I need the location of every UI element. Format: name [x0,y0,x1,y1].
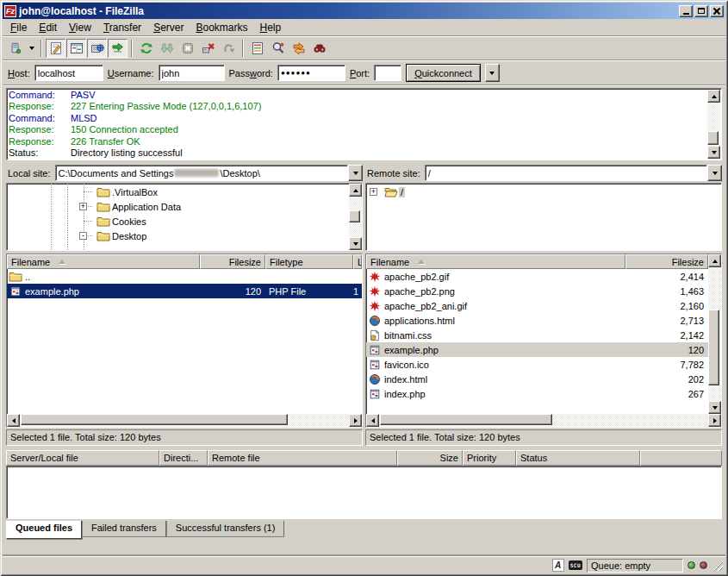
menu-transfer[interactable]: Transfer [97,20,147,35]
file-row[interactable]: index.html202 [366,372,708,386]
file-row[interactable]: favicon.ico7,782 [366,357,708,372]
scroll-left-button[interactable] [366,414,379,427]
log-scrollbar[interactable] [707,90,720,159]
column-header-filetype[interactable]: Filetype [265,254,353,269]
file-row-parent-dir[interactable]: .. [7,269,362,284]
menu-help[interactable]: Help [254,20,288,35]
file-size: 120 [200,286,265,297]
host-input[interactable] [34,65,103,81]
remote-site-path[interactable]: / [425,165,707,181]
maximize-button[interactable] [694,5,708,17]
minimize-button[interactable] [679,5,693,17]
column-header-filename[interactable]: Filename [366,254,625,269]
local-tree-scrollbar[interactable] [349,184,362,250]
menu-view[interactable]: View [63,20,97,35]
scroll-thumb[interactable] [380,414,552,425]
file-row[interactable]: apache_pb2.gif2,414 [366,269,708,284]
scroll-thumb[interactable] [349,210,360,222]
remote-site-dropdown-button[interactable] [707,165,722,181]
file-row[interactable]: bitnami.css2,142 [366,328,708,342]
column-header-filesize[interactable]: Filesize [625,254,708,269]
cancel-button[interactable] [177,39,197,58]
column-header-status[interactable]: Status [516,450,640,466]
column-header-remote-file[interactable]: Remote file [208,450,397,466]
process-queue-button[interactable] [157,39,177,58]
file-row[interactable]: apache_pb2.png1,463 [366,284,708,298]
tree-item-root[interactable]: + / [366,185,721,199]
expander-plus[interactable]: + [79,203,87,210]
resize-grip[interactable] [712,560,723,571]
scroll-thumb[interactable] [707,131,719,145]
local-site-combobox[interactable]: C:\Documents and Settings\Desktop\ [55,165,363,181]
toggle-message-log-button[interactable] [46,39,65,58]
file-size: 2,142 [625,330,708,341]
column-header-priority[interactable]: Priority [463,450,516,466]
site-manager-dropdown-button[interactable] [26,39,37,58]
scroll-thumb[interactable] [708,310,719,385]
filezilla-logo-icon: Fz [4,5,16,17]
scroll-thumb[interactable] [21,414,288,425]
disconnect-button[interactable] [198,39,218,58]
filter-button[interactable] [247,39,267,58]
column-header-filename[interactable]: Filename [7,254,200,269]
file-row[interactable]: applications.html2,713 [366,313,708,328]
tab-queued-files[interactable]: Queued files [6,521,82,539]
menu-bookmarks[interactable]: Bookmarks [190,20,253,35]
tab-successful-transfers[interactable]: Successful transfers (1) [166,521,285,537]
remote-list-scrollbar[interactable] [708,254,721,414]
file-row[interactable]: apache_pb2_ani.gif2,160 [366,298,708,313]
reconnect-button[interactable] [219,39,239,58]
quickconnect-button[interactable]: Quickconnect [406,64,481,82]
local-site-path[interactable]: C:\Documents and Settings\Desktop\ [55,165,348,181]
remote-site-combobox[interactable]: / [425,165,722,181]
tab-failed-transfers[interactable]: Failed transfers [82,521,166,537]
scroll-up-button[interactable] [707,90,720,103]
scroll-right-button[interactable] [349,414,362,427]
column-header-size[interactable]: Size [397,450,463,466]
file-row-selected[interactable]: example.php120 [366,342,708,357]
port-input[interactable] [374,65,401,81]
column-header-direction[interactable]: Directi... [159,450,208,466]
scroll-up-button[interactable] [349,184,362,197]
password-input[interactable] [277,65,345,81]
remote-list-hscrollbar[interactable] [366,414,721,427]
scroll-up-button[interactable] [708,254,721,267]
quickconnect-dropdown-button[interactable] [485,64,500,82]
scroll-down-button[interactable] [708,401,721,414]
tree-item-application-data[interactable]: + Application Data [7,199,362,214]
column-header-filesize[interactable]: Filesize [200,254,265,269]
scroll-left-button[interactable] [7,414,20,427]
queue-body[interactable] [6,466,722,519]
menu-edit[interactable]: Edit [33,20,63,35]
site-manager-button[interactable] [5,39,25,58]
column-header-server-local-file[interactable]: Server/Local file [6,450,159,466]
file-row[interactable]: index.php267 [366,386,708,401]
toggle-transfer-queue-button[interactable] [108,39,128,58]
menu-file[interactable]: File [4,20,33,35]
toggle-local-tree-button[interactable] [66,39,86,58]
expander-minus[interactable]: - [79,232,87,240]
tree-item-cookies[interactable]: Cookies [7,214,362,229]
menu-server[interactable]: Server [147,20,190,35]
synchronized-browsing-button[interactable] [289,39,308,58]
scroll-down-button[interactable] [707,146,720,159]
file-row-example-php[interactable]: example.php 120 PHP File 1 [7,284,362,298]
username-input[interactable] [159,65,225,81]
ascii-datatype-icon: A [552,559,564,572]
compare-directories-button[interactable] [268,39,288,58]
local-list-hscrollbar[interactable] [7,414,362,427]
column-label: Filesize [672,257,704,267]
scroll-down-button[interactable] [349,237,362,250]
expander-plus[interactable]: + [370,188,377,196]
refresh-button[interactable] [136,39,156,58]
tree-item-virtualbox[interactable]: .VirtualBox [7,185,362,199]
local-site-dropdown-button[interactable] [348,165,363,181]
toggle-remote-tree-button[interactable] [87,39,107,58]
binoculars-icon [313,41,327,55]
filezilla-window: Fz john@localhost - FileZilla File Edit … [0,0,728,576]
tree-item-desktop[interactable]: - Desktop [7,229,362,243]
scroll-right-button[interactable] [708,414,721,427]
column-header-last-modified[interactable]: L [353,254,362,269]
close-button[interactable] [710,5,724,17]
find-files-button[interactable] [309,39,329,58]
